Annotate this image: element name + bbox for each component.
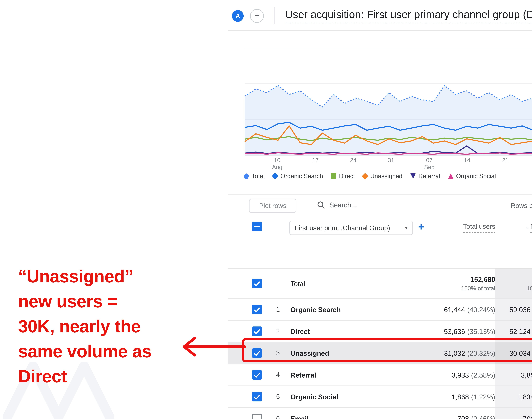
total-users-cell: 152,680100% of total	[425, 269, 495, 298]
new-users-cell: 59,036(39.78%)	[495, 299, 532, 320]
legend-item[interactable]: Organic Social	[448, 173, 496, 179]
annotation-highlight-box	[242, 338, 532, 362]
x-axis-labels: 10Aug17243107Sep14212805Oct12192602Nov	[245, 157, 532, 173]
new-users-cell: 1,834(1.24%)	[495, 386, 532, 407]
acquisition-table: First user prim...Channel Group) ▾ + Tot…	[228, 216, 532, 419]
row-checkbox[interactable]	[252, 305, 262, 314]
screenshot-stage: A + User acquisition: First user primary…	[0, 0, 532, 419]
total-users-cell: 1,868(1.22%)	[425, 386, 495, 407]
row-checkbox[interactable]	[252, 392, 262, 401]
add-comparison-button[interactable]: +	[250, 9, 264, 23]
table-row: 4 Referral 3,933(2.58%) 3,858(2.6%) 652(…	[228, 364, 532, 385]
x-tick-label: 17	[304, 157, 327, 164]
total-label: Total	[291, 269, 425, 298]
row-checkbox[interactable]	[252, 414, 262, 419]
row-channel-name: Referral	[291, 364, 425, 385]
avatar[interactable]: A	[232, 10, 244, 22]
search-placeholder: Search...	[329, 201, 357, 209]
row-index: 4	[269, 364, 291, 385]
total-users-cell: 3,933(2.58%)	[425, 364, 495, 385]
row-checkbox[interactable]	[252, 279, 262, 288]
plot-rows-button[interactable]: Plot rows	[249, 199, 296, 213]
report-header: A + User acquisition: First user primary…	[228, 0, 532, 31]
x-tick-label: 31	[379, 157, 403, 164]
x-tick-label: 07Sep	[418, 157, 441, 171]
col-header-total-users[interactable]: Total users	[425, 216, 495, 266]
x-tick-label: 10Aug	[266, 157, 289, 171]
triangle-up-icon	[448, 173, 453, 179]
rows-per-page-label: Rows per page:	[511, 202, 532, 210]
legend-item[interactable]: Organic Search	[272, 173, 323, 179]
row-channel-name: Email	[291, 408, 425, 419]
row-index: 1	[269, 299, 291, 320]
row-checkbox[interactable]	[252, 327, 262, 336]
row-checkbox[interactable]	[252, 370, 262, 380]
chart-section: 01K2K3K 10Aug17243107Sep14212805Oct12192…	[228, 30, 532, 194]
x-tick-label: 24	[342, 157, 365, 164]
new-users-cell: 148,393100% of total	[495, 269, 532, 298]
x-tick-label: 21	[494, 157, 517, 164]
row-channel-name: Organic Search	[291, 299, 425, 320]
timeseries-chart	[245, 37, 532, 155]
annotation-arrow-icon	[180, 335, 247, 358]
triangle-down-icon	[410, 173, 416, 179]
legend-item[interactable]: Direct	[331, 173, 355, 179]
table-row: 1 Organic Search 61,444(40.24%) 59,036(3…	[228, 298, 532, 320]
circle-icon	[272, 173, 278, 179]
x-tick-label: 28	[532, 157, 532, 164]
legend-item[interactable]: Unassigned	[363, 173, 402, 179]
pentagon-icon	[244, 173, 249, 179]
search-icon	[317, 201, 325, 209]
col-header-new-users[interactable]: ↓New users	[495, 216, 532, 266]
table-total-row: Total 152,680100% of total 148,393100% o…	[228, 268, 532, 298]
sort-desc-icon: ↓	[526, 223, 529, 230]
total-users-cell: 61,444(40.24%)	[425, 299, 495, 320]
report-title[interactable]: User acquisition: First user primary cha…	[285, 9, 532, 23]
header-divider	[274, 7, 275, 24]
row-index: 6	[269, 408, 291, 419]
search-input[interactable]: Search...	[317, 201, 357, 209]
legend-item[interactable]: Referral	[410, 173, 440, 179]
new-users-cell: 3,858(2.6%)	[495, 364, 532, 385]
x-tick-label: 14	[455, 157, 479, 164]
chart-legend: TotalOrganic SearchDirectUnassignedRefer…	[244, 173, 496, 179]
legend-item[interactable]: Total	[244, 173, 265, 179]
table-header: First user prim...Channel Group) ▾ + Tot…	[228, 216, 532, 268]
annotation-text: “Unassigned” new users = 30K, nearly the…	[18, 264, 199, 389]
row-channel-name: Organic Social	[291, 386, 425, 407]
row-index: 5	[269, 386, 291, 407]
table-toolbar: Plot rows Search... Rows per page: 10 ▾ …	[228, 194, 532, 217]
total-users-cell: 708(0.46%)	[425, 408, 495, 419]
square-icon	[331, 173, 336, 179]
table-row: 6 Email 708(0.46%) 700(0.47%) 52(0.31%) …	[228, 407, 532, 419]
table-row: 5 Organic Social 1,868(1.22%) 1,834(1.24…	[228, 385, 532, 407]
new-users-cell: 700(0.47%)	[495, 408, 532, 419]
diamond-icon	[362, 173, 368, 179]
